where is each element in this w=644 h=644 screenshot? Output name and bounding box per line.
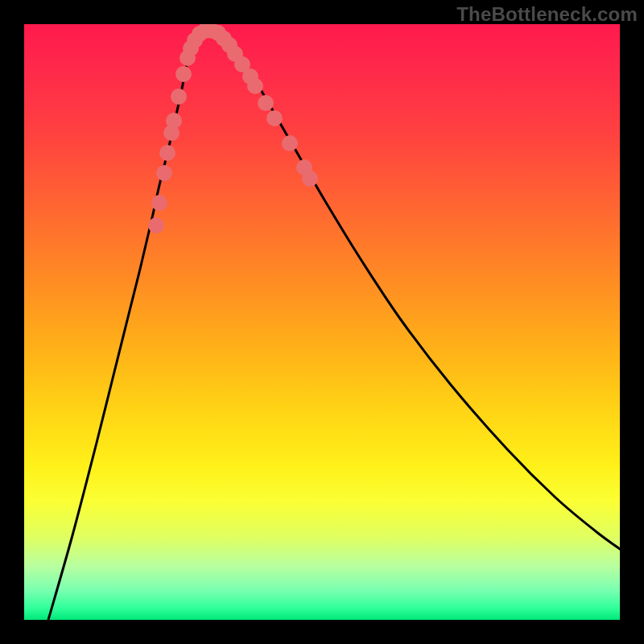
dots-layer [148, 24, 318, 233]
data-point [302, 171, 318, 187]
watermark-text: TheBottleneck.com [456, 3, 638, 26]
data-point [148, 217, 164, 233]
data-point [159, 145, 175, 161]
data-point [258, 95, 274, 111]
data-point [266, 110, 283, 126]
data-point [175, 66, 192, 82]
data-point [151, 195, 167, 211]
chart-frame: TheBottleneck.com [0, 0, 644, 644]
curve-layer [48, 31, 620, 620]
plot-area [24, 24, 620, 620]
chart-svg [24, 24, 620, 620]
data-point [166, 113, 182, 129]
data-point [171, 89, 187, 105]
bottleneck-curve [48, 31, 620, 620]
data-point [247, 78, 263, 94]
data-point [156, 165, 172, 181]
data-point [282, 135, 298, 151]
